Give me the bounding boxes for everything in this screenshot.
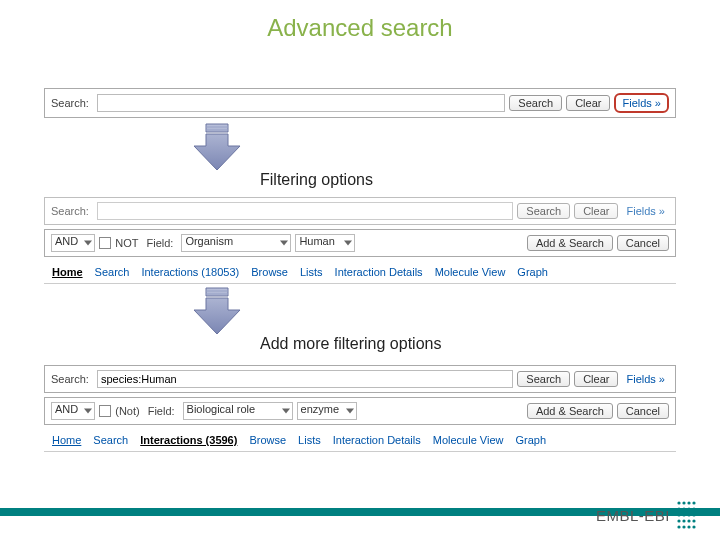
svg-point-22: [687, 525, 690, 528]
search-panel-2a: Search: Search Clear Fields »: [44, 197, 676, 225]
filtering-label: Filtering options: [260, 170, 720, 191]
tab-graph[interactable]: Graph: [516, 434, 547, 446]
cancel-button[interactable]: Cancel: [617, 235, 669, 251]
slide-title: Advanced search: [0, 0, 720, 48]
svg-point-12: [677, 513, 680, 516]
tab-graph[interactable]: Graph: [517, 266, 548, 278]
chevron-down-icon: [282, 408, 290, 413]
chevron-down-icon: [84, 408, 92, 413]
operator-select[interactable]: AND: [51, 234, 95, 252]
not-checkbox[interactable]: [99, 237, 111, 249]
svg-point-7: [692, 501, 695, 504]
clear-button[interactable]: Clear: [574, 203, 618, 219]
field-label: Field:: [148, 405, 175, 417]
chevron-down-icon: [344, 240, 352, 245]
svg-point-21: [682, 525, 685, 528]
tab-molecule-view[interactable]: Molecule View: [433, 434, 504, 446]
filter-panel-2b: AND NOT Field: Organism Human Add & Sear…: [44, 229, 676, 257]
add-search-button[interactable]: Add & Search: [527, 235, 613, 251]
field-select[interactable]: Biological role: [183, 402, 293, 420]
tab-home[interactable]: Home: [52, 266, 83, 278]
svg-point-20: [677, 525, 680, 528]
tab-molecule-view[interactable]: Molecule View: [435, 266, 506, 278]
tabs-bar-2: HomeSearchInteractions (3596)BrowseLists…: [44, 429, 676, 452]
not-checkbox[interactable]: [99, 405, 111, 417]
svg-point-8: [677, 507, 680, 510]
search-button[interactable]: Search: [517, 371, 570, 387]
search-label: Search:: [51, 97, 89, 109]
search-panel-1: Search: Search Clear Fields »: [44, 88, 676, 118]
footer-logo: EMBL-EBI: [596, 500, 698, 530]
search-label: Search:: [51, 373, 89, 385]
not-label: NOT: [115, 237, 138, 249]
chevron-down-icon: [346, 408, 354, 413]
search-label: Search:: [51, 205, 89, 217]
field-select[interactable]: Organism: [181, 234, 291, 252]
search-input[interactable]: [97, 202, 513, 220]
tab-search[interactable]: Search: [93, 434, 128, 446]
tab-interactions-3596-[interactable]: Interactions (3596): [140, 434, 237, 446]
tab-interactions-18053-[interactable]: Interactions (18053): [141, 266, 239, 278]
svg-point-15: [692, 513, 695, 516]
svg-point-14: [687, 513, 690, 516]
svg-point-18: [687, 519, 690, 522]
svg-point-13: [682, 513, 685, 516]
embl-ebi-logo-icon: [676, 500, 698, 530]
tab-lists[interactable]: Lists: [300, 266, 323, 278]
not-label: (Not): [115, 405, 139, 417]
add-search-button[interactable]: Add & Search: [527, 403, 613, 419]
operator-select[interactable]: AND: [51, 402, 95, 420]
tab-lists[interactable]: Lists: [298, 434, 321, 446]
search-panel-3a: Search: Search Clear Fields »: [44, 365, 676, 393]
fields-link[interactable]: Fields »: [622, 372, 669, 386]
svg-point-10: [687, 507, 690, 510]
arrow-2: [190, 286, 720, 338]
svg-point-16: [677, 519, 680, 522]
search-button[interactable]: Search: [509, 95, 562, 111]
svg-point-5: [682, 501, 685, 504]
svg-point-23: [692, 525, 695, 528]
addmore-label: Add more filtering options: [260, 334, 720, 355]
svg-point-11: [692, 507, 695, 510]
svg-point-6: [687, 501, 690, 504]
chevron-down-icon: [84, 240, 92, 245]
tab-search[interactable]: Search: [95, 266, 130, 278]
tab-interaction-details[interactable]: Interaction Details: [333, 434, 421, 446]
tabs-bar-1: HomeSearchInteractions (18053)BrowseList…: [44, 261, 676, 284]
field-label: Field:: [146, 237, 173, 249]
chevron-down-icon: [280, 240, 288, 245]
filter-panel-3b: AND (Not) Field: Biological role enzyme …: [44, 397, 676, 425]
search-button[interactable]: Search: [517, 203, 570, 219]
tab-browse[interactable]: Browse: [249, 434, 286, 446]
clear-button[interactable]: Clear: [574, 371, 618, 387]
search-input[interactable]: [97, 94, 505, 112]
svg-point-4: [677, 501, 680, 504]
value-select[interactable]: Human: [295, 234, 355, 252]
clear-button[interactable]: Clear: [566, 95, 610, 111]
footer: EMBL-EBI: [0, 482, 720, 540]
svg-point-9: [682, 507, 685, 510]
tab-home[interactable]: Home: [52, 434, 81, 446]
svg-point-17: [682, 519, 685, 522]
value-select[interactable]: enzyme: [297, 402, 357, 420]
footer-brand-text: EMBL-EBI: [596, 507, 670, 524]
svg-point-19: [692, 519, 695, 522]
search-input[interactable]: [97, 370, 513, 388]
fields-link[interactable]: Fields »: [622, 204, 669, 218]
arrow-1: [190, 122, 720, 174]
tab-interaction-details[interactable]: Interaction Details: [335, 266, 423, 278]
tab-browse[interactable]: Browse: [251, 266, 288, 278]
cancel-button[interactable]: Cancel: [617, 403, 669, 419]
fields-link-highlighted[interactable]: Fields »: [614, 93, 669, 113]
